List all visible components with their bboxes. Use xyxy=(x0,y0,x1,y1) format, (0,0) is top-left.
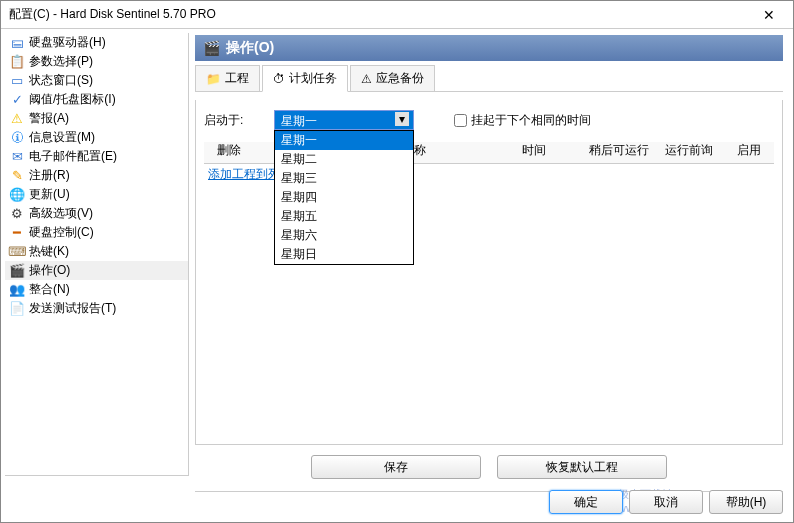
sidebar-item-7[interactable]: ✎注册(R) xyxy=(5,166,188,185)
sidebar-label-5: 信息设置(M) xyxy=(29,129,95,146)
tab-label-2: 应急备份 xyxy=(376,70,424,87)
sidebar-item-14[interactable]: 📄发送测试报告(T) xyxy=(5,299,188,318)
suspend-checkbox-wrap: 挂起于下个相同的时间 xyxy=(454,112,591,129)
suspend-checkbox[interactable] xyxy=(454,114,467,127)
sidebar-label-11: 热键(K) xyxy=(29,243,69,260)
sidebar-item-8[interactable]: 🌐更新(U) xyxy=(5,185,188,204)
sidebar-item-0[interactable]: 🖴硬盘驱动器(H) xyxy=(5,33,188,52)
sidebar-item-9[interactable]: ⚙高级选项(V) xyxy=(5,204,188,223)
sidebar-icon-0: 🖴 xyxy=(9,35,25,51)
tab-1[interactable]: ⏱计划任务 xyxy=(262,65,348,92)
sidebar-icon-4: ⚠ xyxy=(9,111,25,127)
sidebar-label-13: 整合(N) xyxy=(29,281,70,298)
start-label: 启动于: xyxy=(204,112,264,129)
sidebar-icon-7: ✎ xyxy=(9,168,25,184)
sidebar-icon-8: 🌐 xyxy=(9,187,25,203)
sidebar-icon-14: 📄 xyxy=(9,301,25,317)
sidebar-label-6: 电子邮件配置(E) xyxy=(29,148,117,165)
col-time: 时间 xyxy=(484,142,584,159)
col-prerun: 运行前询 xyxy=(654,142,724,159)
tab-icon-0: 📁 xyxy=(206,72,221,86)
close-button[interactable]: ✕ xyxy=(749,4,789,26)
sidebar-icon-5: 🛈 xyxy=(9,130,25,146)
tab-2[interactable]: ⚠应急备份 xyxy=(350,65,435,91)
tab-0[interactable]: 📁工程 xyxy=(195,65,260,91)
sidebar-label-2: 状态窗口(S) xyxy=(29,72,93,89)
sidebar-item-5[interactable]: 🛈信息设置(M) xyxy=(5,128,188,147)
sidebar-icon-9: ⚙ xyxy=(9,206,25,222)
sidebar-label-10: 硬盘控制(C) xyxy=(29,224,94,241)
tab-label-0: 工程 xyxy=(225,70,249,87)
start-row: 启动于: 星期一 星期一星期二星期三星期四星期五星期六星期日 挂起于下个相同的时… xyxy=(204,110,774,130)
sidebar-item-12[interactable]: 🎬操作(O) xyxy=(5,261,188,280)
sidebar-icon-1: 📋 xyxy=(9,54,25,70)
sidebar-item-6[interactable]: ✉电子邮件配置(E) xyxy=(5,147,188,166)
sidebar-icon-12: 🎬 xyxy=(9,263,25,279)
tab-label-1: 计划任务 xyxy=(289,70,337,87)
save-button[interactable]: 保存 xyxy=(311,455,481,479)
dropdown-option-5[interactable]: 星期六 xyxy=(275,226,413,245)
sidebar-icon-3: ✓ xyxy=(9,92,25,108)
sidebar-item-4[interactable]: ⚠警报(A) xyxy=(5,109,188,128)
tabs: 📁工程⏱计划任务⚠应急备份 xyxy=(195,65,783,92)
sidebar-icon-13: 👥 xyxy=(9,282,25,298)
sidebar-icon-10: ━ xyxy=(9,225,25,241)
content-area: 🖴硬盘驱动器(H)📋参数选择(P)▭状态窗口(S)✓阈值/托盘图标(I)⚠警报(… xyxy=(1,29,793,480)
sidebar-label-7: 注册(R) xyxy=(29,167,70,184)
help-button[interactable]: 帮助(H) xyxy=(709,490,783,514)
clapper-icon: 🎬 xyxy=(203,40,220,56)
sidebar-label-1: 参数选择(P) xyxy=(29,53,93,70)
dropdown-option-4[interactable]: 星期五 xyxy=(275,207,413,226)
sidebar-label-9: 高级选项(V) xyxy=(29,205,93,222)
sidebar-icon-11: ⌨ xyxy=(9,244,25,260)
dropdown-option-0[interactable]: 星期一 xyxy=(275,131,413,150)
sidebar-icon-2: ▭ xyxy=(9,73,25,89)
restore-button[interactable]: 恢复默认工程 xyxy=(497,455,667,479)
sidebar-label-14: 发送测试报告(T) xyxy=(29,300,116,317)
sidebar-label-3: 阈值/托盘图标(I) xyxy=(29,91,116,108)
day-dropdown[interactable]: 星期一 xyxy=(274,110,414,130)
sidebar-item-11[interactable]: ⌨热键(K) xyxy=(5,242,188,261)
titlebar-text: 配置(C) - Hard Disk Sentinel 5.70 PRO xyxy=(5,6,749,23)
sidebar-item-13[interactable]: 👥整合(N) xyxy=(5,280,188,299)
col-delay: 稍后可运行 xyxy=(584,142,654,159)
sidebar-item-3[interactable]: ✓阈值/托盘图标(I) xyxy=(5,90,188,109)
cancel-button[interactable]: 取消 xyxy=(629,490,703,514)
dropdown-option-3[interactable]: 星期四 xyxy=(275,188,413,207)
col-enable: 启用 xyxy=(724,142,774,159)
dropdown-option-1[interactable]: 星期二 xyxy=(275,150,413,169)
bottom-bar: 确定 取消 帮助(H) xyxy=(549,490,783,514)
tab-icon-1: ⏱ xyxy=(273,72,285,86)
main-panel: 🎬 操作(O) 📁工程⏱计划任务⚠应急备份 启动于: 星期一 星期一星期二星期三… xyxy=(193,29,793,480)
tab-icon-2: ⚠ xyxy=(361,72,372,86)
col-delete: 删除 xyxy=(204,142,254,159)
ok-button[interactable]: 确定 xyxy=(549,490,623,514)
section-header: 🎬 操作(O) xyxy=(195,35,783,61)
sidebar[interactable]: 🖴硬盘驱动器(H)📋参数选择(P)▭状态窗口(S)✓阈值/托盘图标(I)⚠警报(… xyxy=(5,33,189,476)
sidebar-item-10[interactable]: ━硬盘控制(C) xyxy=(5,223,188,242)
day-dropdown-wrap: 星期一 星期一星期二星期三星期四星期五星期六星期日 xyxy=(274,110,414,130)
action-buttons: 保存 恢复默认工程 xyxy=(195,445,783,489)
dropdown-option-2[interactable]: 星期三 xyxy=(275,169,413,188)
tab-content: 启动于: 星期一 星期一星期二星期三星期四星期五星期六星期日 挂起于下个相同的时… xyxy=(195,100,783,445)
dropdown-option-6[interactable]: 星期日 xyxy=(275,245,413,264)
suspend-label: 挂起于下个相同的时间 xyxy=(471,112,591,129)
section-title: 操作(O) xyxy=(226,39,274,57)
sidebar-label-0: 硬盘驱动器(H) xyxy=(29,34,106,51)
titlebar: 配置(C) - Hard Disk Sentinel 5.70 PRO ✕ xyxy=(1,1,793,29)
sidebar-label-8: 更新(U) xyxy=(29,186,70,203)
config-window: 配置(C) - Hard Disk Sentinel 5.70 PRO ✕ 🖴硬… xyxy=(0,0,794,523)
sidebar-label-4: 警报(A) xyxy=(29,110,69,127)
sidebar-item-2[interactable]: ▭状态窗口(S) xyxy=(5,71,188,90)
day-dropdown-list[interactable]: 星期一星期二星期三星期四星期五星期六星期日 xyxy=(274,130,414,265)
sidebar-icon-6: ✉ xyxy=(9,149,25,165)
sidebar-item-1[interactable]: 📋参数选择(P) xyxy=(5,52,188,71)
sidebar-label-12: 操作(O) xyxy=(29,262,70,279)
